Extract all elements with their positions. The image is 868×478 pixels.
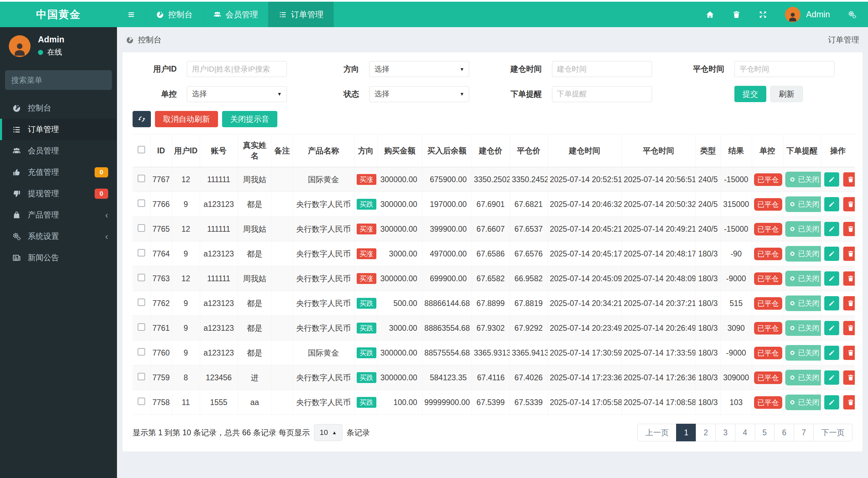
control-select[interactable]: 选择 ▼: [187, 86, 287, 102]
row-checkbox[interactable]: [138, 175, 145, 182]
row-checkbox[interactable]: [138, 299, 145, 306]
col-direction: 方向: [354, 134, 377, 167]
breadcrumb[interactable]: 控制台: [126, 35, 161, 45]
delete-button[interactable]: [843, 247, 855, 261]
delete-button[interactable]: [843, 321, 855, 335]
settings-gears-icon[interactable]: [848, 10, 856, 19]
cell-open-price: 67.8899: [472, 291, 510, 316]
page-button-5[interactable]: 5: [755, 424, 775, 441]
cell-result: 315000: [721, 192, 752, 217]
page-button-1[interactable]: 1: [676, 424, 696, 441]
row-checkbox[interactable]: [138, 274, 145, 281]
page-button-4[interactable]: 4: [735, 424, 755, 441]
delete-button[interactable]: [843, 172, 855, 187]
edit-button[interactable]: [824, 197, 839, 211]
page-prev-button[interactable]: 上一页: [637, 424, 676, 441]
cell-account: 111111: [200, 167, 238, 192]
brand-logo[interactable]: 中国黄金: [0, 2, 117, 27]
row-checkbox[interactable]: [138, 373, 145, 380]
page-next-button[interactable]: 下一页: [813, 424, 852, 441]
edit-button[interactable]: [824, 296, 839, 310]
row-checkbox[interactable]: [138, 199, 145, 207]
reminder-button[interactable]: 已关闭: [785, 246, 821, 262]
submit-button[interactable]: 提交: [734, 86, 766, 102]
delete-button[interactable]: [843, 395, 855, 409]
sidebar-item-products[interactable]: 产品管理 ‹: [0, 204, 117, 226]
reminder-button[interactable]: 已关闭: [785, 271, 821, 286]
reminder-button[interactable]: 已关闭: [785, 320, 821, 336]
page-button-2[interactable]: 2: [696, 424, 716, 441]
mute-sound-button[interactable]: 关闭提示音: [222, 111, 277, 127]
sidebar-item-members[interactable]: 会员管理: [0, 140, 117, 161]
edit-button[interactable]: [824, 271, 839, 286]
delete-button[interactable]: [843, 346, 855, 360]
page-button-7[interactable]: 7: [794, 424, 814, 441]
row-checkbox[interactable]: [138, 249, 145, 256]
reminder-button[interactable]: 已关闭: [785, 295, 821, 311]
reminder-button[interactable]: 已关闭: [785, 370, 821, 385]
tab-dashboard[interactable]: 控制台: [145, 2, 203, 27]
edit-button[interactable]: [824, 222, 839, 236]
close-time-input[interactable]: [734, 61, 834, 77]
reminder-input[interactable]: [552, 86, 652, 102]
cell-user-id: 9: [172, 242, 200, 266]
page-size-select[interactable]: 10 ▲: [314, 424, 342, 441]
sidebar-item-recharge[interactable]: 充值管理 0: [0, 161, 117, 183]
cell-direction: 买跌: [354, 291, 377, 316]
edit-button[interactable]: [824, 172, 839, 187]
reminder-button[interactable]: 已关闭: [785, 395, 821, 410]
refresh-button[interactable]: 刷新: [770, 86, 803, 102]
home-icon[interactable]: [706, 10, 714, 19]
direction-select[interactable]: 选择 ▼: [369, 61, 469, 77]
page-button-6[interactable]: 6: [774, 424, 794, 441]
sidebar-search: [5, 70, 112, 90]
delete-button[interactable]: [843, 197, 855, 211]
trash-icon[interactable]: [732, 10, 741, 19]
control-badge: 已平仓: [754, 347, 782, 359]
edit-button[interactable]: [824, 247, 839, 261]
delete-button[interactable]: [843, 296, 855, 310]
pagination: 上一页1234567下一页: [637, 424, 852, 441]
row-checkbox[interactable]: [138, 323, 145, 331]
control-badge: 已平仓: [754, 371, 782, 384]
select-all-checkbox[interactable]: [138, 146, 145, 153]
delete-button[interactable]: [843, 271, 855, 286]
tab-members[interactable]: 会员管理: [203, 2, 268, 27]
tab-orders[interactable]: 订单管理: [268, 2, 334, 27]
sidebar-item-news[interactable]: 新闻公告: [0, 247, 117, 268]
edit-button[interactable]: [824, 321, 839, 335]
open-time-input[interactable]: [552, 61, 652, 77]
sidebar-item-settings[interactable]: 系统设置 ‹: [0, 226, 117, 247]
col-ops: 操作: [821, 134, 855, 167]
sidebar-search-input[interactable]: [11, 76, 112, 85]
user-id-input[interactable]: [187, 61, 287, 77]
cell-close-time: 2025-07-14 20:48:09: [622, 266, 695, 291]
cell-open-time: 2025-07-14 17:23:36: [548, 365, 622, 390]
delete-button[interactable]: [843, 370, 855, 385]
row-checkbox[interactable]: [138, 348, 145, 356]
reminder-button[interactable]: 已关闭: [785, 345, 821, 361]
cell-user-id: 12: [172, 266, 200, 291]
sidebar-item-orders[interactable]: 订单管理: [0, 119, 117, 140]
cell-reminder: 已关闭: [783, 242, 821, 266]
cancel-auto-refresh-button[interactable]: 取消自动刷新: [155, 111, 218, 127]
row-checkbox[interactable]: [138, 224, 145, 232]
edit-button[interactable]: [824, 370, 839, 385]
sidebar-item-withdraw[interactable]: 提现管理 0: [0, 183, 117, 204]
row-checkbox[interactable]: [138, 398, 145, 405]
edit-button[interactable]: [824, 395, 839, 409]
direction-badge: 买跌: [357, 347, 376, 358]
status-select[interactable]: 选择 ▼: [369, 86, 469, 102]
sidebar-toggle-button[interactable]: [117, 2, 145, 27]
user-menu[interactable]: Admin: [785, 7, 830, 22]
page-button-3[interactable]: 3: [715, 424, 735, 441]
sidebar-item-dashboard[interactable]: 控制台: [0, 97, 117, 119]
reminder-button[interactable]: 已关闭: [785, 172, 821, 187]
fullscreen-icon[interactable]: [758, 10, 767, 19]
reload-table-button[interactable]: [133, 111, 151, 127]
reminder-button[interactable]: 已关闭: [785, 221, 821, 237]
reminder-button[interactable]: 已关闭: [785, 196, 821, 212]
delete-button[interactable]: [843, 222, 855, 236]
refresh-icon: [138, 115, 146, 123]
edit-button[interactable]: [824, 346, 839, 360]
